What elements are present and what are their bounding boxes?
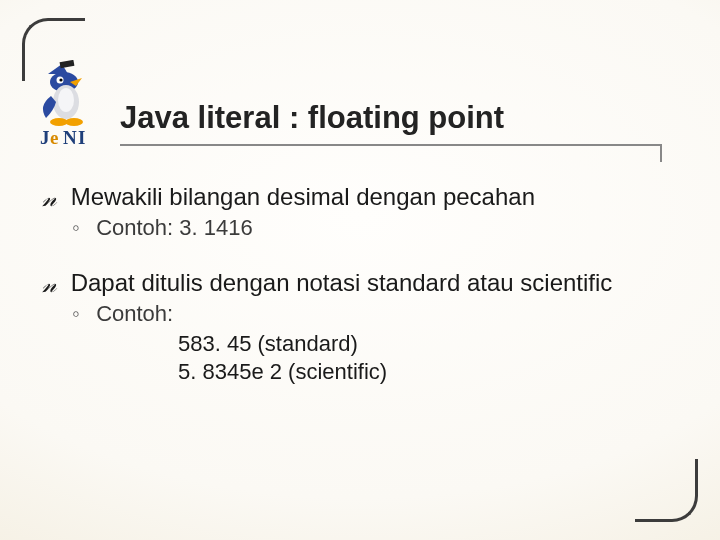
bullet-2-text: Dapat ditulis dengan notasi standard ata… (71, 269, 613, 296)
svg-point-7 (58, 88, 74, 112)
bullet-1: 𝓃 Mewakili bilangan desimal dengan pecah… (42, 182, 670, 242)
slide: J e N I Java literal : floating point 𝓃 … (0, 0, 720, 540)
bullet-2-examples: 583. 45 (standard) 5. 8345e 2 (scientifi… (178, 330, 670, 386)
svg-point-5 (59, 78, 62, 81)
bullet-2-sub-label: Contoh: (96, 301, 173, 326)
svg-text:J: J (40, 127, 50, 148)
bullet-icon: 𝓃 (42, 270, 64, 299)
spacer (42, 252, 670, 268)
svg-rect-2 (60, 60, 75, 68)
svg-text:e: e (50, 127, 58, 148)
svg-text:I: I (78, 127, 85, 148)
corner-decoration-bottom-right (635, 459, 698, 522)
bullet-1-sub-text: Contoh: 3. 1416 (96, 215, 253, 240)
svg-text:N: N (63, 127, 77, 148)
slide-title: Java literal : floating point (120, 100, 504, 136)
bullet-1-text: Mewakili bilangan desimal dengan pecahan (71, 183, 535, 210)
bullet-icon: 𝓃 (42, 184, 64, 213)
bullet-1-sub: ◦ Contoh: 3. 1416 (72, 215, 670, 242)
jeni-logo: J e N I (36, 60, 114, 150)
title-underline (120, 144, 660, 146)
example-line-2: 5. 8345e 2 (scientific) (178, 358, 670, 386)
slide-body: 𝓃 Mewakili bilangan desimal dengan pecah… (42, 182, 670, 397)
bullet-2-sub: ◦ Contoh: (72, 301, 670, 328)
subbullet-icon: ◦ (72, 301, 90, 328)
svg-point-9 (65, 118, 83, 126)
bullet-2: 𝓃 Dapat ditulis dengan notasi standard a… (42, 268, 670, 386)
example-line-1: 583. 45 (standard) (178, 330, 670, 358)
subbullet-icon: ◦ (72, 215, 90, 242)
